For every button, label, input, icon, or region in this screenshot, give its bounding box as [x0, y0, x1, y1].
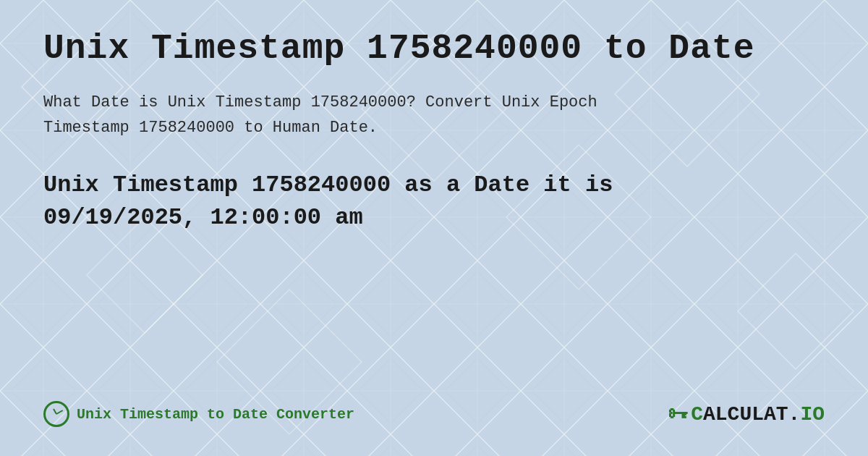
- description-text: What Date is Unix Timestamp 1758240000? …: [43, 90, 825, 140]
- clock-icon: [43, 401, 69, 427]
- logo-text: CALCULAT.IO: [691, 403, 825, 426]
- result-section: Unix Timestamp 1758240000 as a Date it i…: [43, 169, 825, 235]
- site-logo[interactable]: 🗝︎ CALCULAT.IO: [668, 402, 825, 426]
- result-text: Unix Timestamp 1758240000 as a Date it i…: [43, 169, 825, 235]
- converter-label: Unix Timestamp to Date Converter: [77, 406, 354, 423]
- logo-icon: 🗝︎: [668, 402, 688, 426]
- bottom-bar: Unix Timestamp to Date Converter 🗝︎ CALC…: [43, 387, 825, 427]
- converter-link[interactable]: Unix Timestamp to Date Converter: [43, 401, 354, 427]
- page-title: Unix Timestamp 1758240000 to Date: [43, 29, 825, 68]
